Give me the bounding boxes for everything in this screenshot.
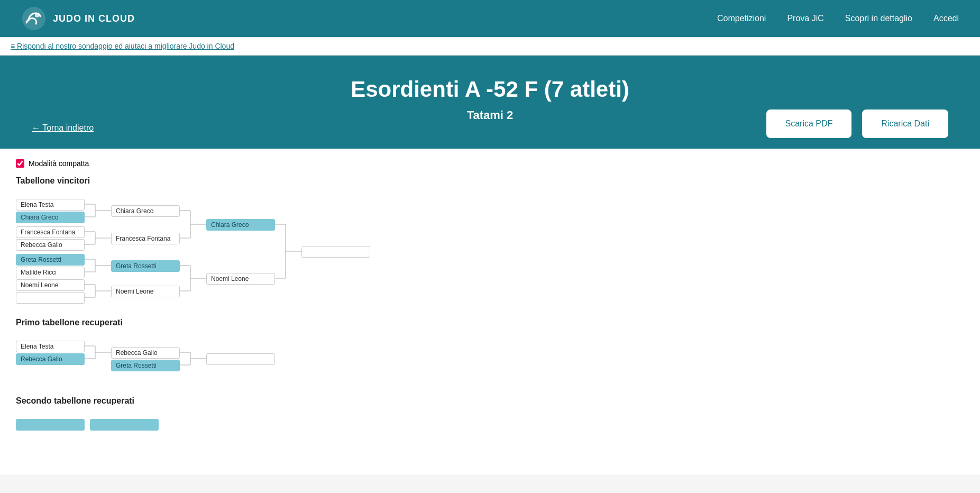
compact-mode-container: Modalità compatta [16, 159, 964, 168]
player-chiara-greco-r1: Chiara Greco [16, 212, 85, 223]
nav-links: Competizioni Prova JiC Scopri in dettagl… [717, 14, 959, 23]
bracket-lines-r2-r3 [180, 194, 206, 305]
winners-title: Tabellone vincitori [16, 176, 964, 186]
page-title: Esordienti A -52 F (7 atleti) [32, 77, 948, 102]
recovery1-lines-r1 [85, 336, 111, 368]
player-elena-testa-r1: Elena Testa [16, 199, 85, 211]
player-rebecca-rec1: Rebecca Gallo [16, 353, 85, 365]
player-empty-r1 [16, 292, 85, 304]
player-rec-final [206, 353, 275, 365]
player-greta-r1: Greta Rossetti [16, 254, 85, 266]
player-rec2-1 [16, 419, 85, 431]
player-final [301, 246, 370, 258]
player-francesca-r1: Francesca Fontana [16, 226, 85, 238]
nav-scopri[interactable]: Scopri in dettaglio [845, 14, 912, 23]
main-content: Modalità compatta Tabellone vincitori El… [0, 149, 980, 474]
brand-name: JUDO IN CLOUD [53, 13, 135, 24]
player-francesca-r2: Francesca Fontana [111, 233, 180, 244]
player-chiara-r3: Chiara Greco [206, 219, 275, 231]
player-rebecca-rec2: Rebecca Gallo [111, 347, 180, 359]
second-recovery-bracket [16, 414, 259, 446]
back-button[interactable]: ← Torna indietro [32, 123, 94, 133]
first-recovery-section: Primo tabellone recuperati Elena Testa R… [16, 318, 964, 380]
player-noemi-r3: Noemi Leone [206, 273, 275, 285]
first-recovery-title: Primo tabellone recuperati [16, 318, 964, 327]
player-rec2-2 [90, 419, 159, 431]
player-greta-rec2: Greta Rossetti [111, 360, 180, 371]
player-rebecca-r1: Rebecca Gallo [16, 239, 85, 251]
survey-link[interactable]: ≡ Rispondi al nostro sondaggio ed aiutac… [11, 42, 234, 50]
nav-prova-jic[interactable]: Prova JiC [787, 14, 823, 23]
second-recovery-title: Secondo tabellone recuperati [16, 396, 964, 406]
nav-competizioni[interactable]: Competizioni [717, 14, 766, 23]
player-elena-rec1: Elena Testa [16, 341, 85, 352]
logo-icon [21, 6, 47, 31]
player-matilde-r1: Matilde Ricci [16, 267, 85, 278]
pdf-button[interactable]: Scarica PDF [766, 109, 852, 138]
hero-section: Esordienti A -52 F (7 atleti) Tatami 2 ←… [0, 56, 980, 149]
first-recovery-bracket: Elena Testa Rebecca Gallo Rebecca Gallo … [16, 336, 259, 378]
brand: JUDO IN CLOUD [21, 6, 135, 31]
nav-accedi[interactable]: Accedi [933, 14, 959, 23]
winners-bracket: Elena Testa Chiara Greco Francesca Fonta… [16, 194, 344, 300]
compact-mode-checkbox[interactable] [16, 159, 24, 168]
compact-mode-label: Modalità compatta [29, 159, 89, 168]
bracket-lines-r3-r4 [275, 194, 301, 305]
player-noemi-r1: Noemi Leone [16, 279, 85, 291]
svg-point-1 [35, 13, 39, 17]
winners-section: Tabellone vincitori Elena Testa Chiara G… [16, 176, 964, 302]
hero-buttons: Scarica PDF Ricarica Dati [766, 109, 948, 138]
reload-button[interactable]: Ricarica Dati [862, 109, 948, 138]
player-noemi-r2: Noemi Leone [111, 286, 180, 297]
bracket-lines-r1-r2 [85, 194, 111, 305]
navbar: JUDO IN CLOUD Competizioni Prova JiC Sco… [0, 0, 980, 37]
recovery1-lines-r2 [180, 336, 206, 378]
player-greta-r2: Greta Rossetti [111, 260, 180, 272]
player-chiara-r2: Chiara Greco [111, 205, 180, 217]
second-recovery-section: Secondo tabellone recuperati [16, 396, 964, 448]
survey-banner: ≡ Rispondi al nostro sondaggio ed aiutac… [0, 37, 980, 56]
